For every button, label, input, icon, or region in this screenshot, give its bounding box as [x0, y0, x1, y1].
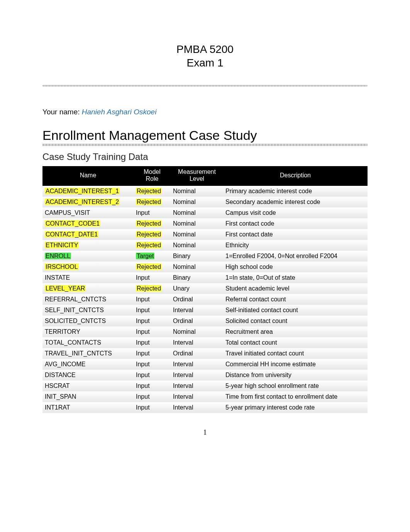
cell-level: Ordinal [171, 348, 223, 359]
table-row: CONTACT_CODE1RejectedNominalFirst contac… [42, 218, 368, 229]
cell-description: 1=In state, 0=Out of state [223, 272, 368, 283]
cell-level: Nominal [171, 262, 223, 272]
cell-level: Unary [171, 283, 223, 294]
cell-role: Rejected [134, 197, 171, 207]
cell-level: Nominal [171, 207, 223, 218]
title-line-2: Exam 1 [42, 56, 368, 70]
cell-level: Nominal [171, 186, 223, 197]
table-row: REFERRAL_CNTCTSInputOrdinalReferral cont… [42, 294, 368, 305]
cell-name-text: ENROLL [45, 253, 71, 259]
col-header-role-l1: Model [144, 168, 161, 175]
cell-level: Interval [171, 305, 223, 316]
cell-level: Nominal [171, 197, 223, 207]
cell-name: CONTACT_CODE1 [42, 218, 134, 229]
cell-role-text: Rejected [136, 199, 162, 205]
cell-role: Input [134, 316, 171, 326]
col-header-level: Measurement Level [171, 166, 223, 186]
cell-role: Input [134, 391, 171, 402]
table-row: CONTACT_DATE1RejectedNominalFirst contac… [42, 229, 368, 240]
cell-level: Ordinal [171, 294, 223, 305]
cell-role: Target [134, 251, 171, 262]
col-header-name: Name [42, 166, 134, 186]
cell-role-text: Rejected [136, 220, 162, 227]
cell-description: Self-initiated contact count [223, 305, 368, 316]
cell-role-text: Input [136, 296, 150, 303]
cell-name: TERRITORY [42, 326, 134, 337]
section-heading-h1: Enrollment Management Case Study [42, 128, 368, 143]
cell-role: Rejected [134, 283, 171, 294]
cell-name-text: CONTACT_DATE1 [45, 231, 98, 238]
cell-name: IRSCHOOL [42, 262, 134, 272]
cell-name-text: CONTACT_CODE1 [45, 220, 100, 227]
cell-role-text: Input [136, 318, 150, 324]
col-header-role: Model Role [134, 166, 171, 186]
cell-description: 5-year primary interest code rate [223, 402, 368, 413]
cell-description: Campus visit code [223, 207, 368, 218]
cell-name-text: TRAVEL_INIT_CNTCTS [45, 350, 112, 357]
cell-description: Travel initiated contact count [223, 348, 368, 359]
cell-name: REFERRAL_CNTCTS [42, 294, 134, 305]
cell-role-text: Input [136, 209, 150, 216]
table-row: TERRITORYInputNominalRecruitment area [42, 326, 368, 337]
cell-description: Distance from university [223, 370, 368, 381]
cell-role: Rejected [134, 218, 171, 229]
cell-role-text: Input [136, 350, 150, 357]
cell-description: Total contact count [223, 337, 368, 348]
cell-role-text: Rejected [136, 188, 162, 194]
cell-name-text: AVG_INCOME [45, 361, 86, 367]
cell-role: Input [134, 337, 171, 348]
cell-role-text: Input [136, 361, 150, 367]
cell-role-text: Input [136, 307, 150, 313]
cell-level: Ordinal [171, 316, 223, 326]
table-row: INSTATEInputBinary1=In state, 0=Out of s… [42, 272, 368, 283]
table-row: INT1RATInputInterval5-year primary inter… [42, 402, 368, 413]
cell-role: Input [134, 359, 171, 370]
cell-description: Ethnicity [223, 240, 368, 251]
col-header-level-l1: Measurement [178, 168, 216, 175]
table-row: ETHNICITYRejectedNominalEthnicity [42, 240, 368, 251]
cell-name-text: ETHNICITY [45, 242, 79, 248]
cell-level: Binary [171, 251, 223, 262]
cell-role: Input [134, 381, 171, 391]
table-body: ACADEMIC_INTEREST_1RejectedNominalPrimar… [42, 186, 368, 413]
cell-name: ENROLL [42, 251, 134, 262]
table-row: ACADEMIC_INTEREST_1RejectedNominalPrimar… [42, 186, 368, 197]
page: PMBA 5200 Exam 1 Your name: Hanieh Asgha… [0, 0, 410, 452]
section-heading-h2: Case Study Training Data [42, 151, 368, 162]
title-line-1: PMBA 5200 [42, 42, 368, 56]
cell-name: SOLICITED_CNTCTS [42, 316, 134, 326]
cell-description: First contact date [223, 229, 368, 240]
cell-role-text: Input [136, 404, 150, 411]
cell-description: Secondary academic interest code [223, 197, 368, 207]
cell-name: INT1RAT [42, 402, 134, 413]
cell-role-text: Input [136, 393, 150, 400]
cell-role-text: Input [136, 328, 150, 335]
table-row: ACADEMIC_INTEREST_2RejectedNominalSecond… [42, 197, 368, 207]
table-row: CAMPUS_VISITInputNominalCampus visit cod… [42, 207, 368, 218]
cell-name-text: SOLICITED_CNTCTS [45, 318, 106, 324]
cell-name: AVG_INCOME [42, 359, 134, 370]
cell-role: Input [134, 326, 171, 337]
cell-name-text: ACADEMIC_INTEREST_2 [45, 199, 120, 205]
table-row: HSCRATInputInterval5-year high school en… [42, 381, 368, 391]
col-header-level-l2: Level [190, 175, 204, 182]
col-header-description: Description [223, 166, 368, 186]
table-row: TRAVEL_INIT_CNTCTSInputOrdinalTravel ini… [42, 348, 368, 359]
table-row: ENROLLTargetBinary1=Enrolled F2004, 0=No… [42, 251, 368, 262]
your-name-label: Your name: [42, 108, 82, 116]
table-row: TOTAL_CONTACTSInputIntervalTotal contact… [42, 337, 368, 348]
table-row: SOLICITED_CNTCTSInputOrdinalSolicited co… [42, 316, 368, 326]
your-name-value: Hanieh Asghari Oskoei [82, 108, 157, 116]
cell-description: Solicited contact count [223, 316, 368, 326]
table-row: SELF_INIT_CNTCTSInputIntervalSelf-initia… [42, 305, 368, 316]
document-title: PMBA 5200 Exam 1 [42, 42, 368, 70]
col-header-role-l2: Role [146, 175, 159, 182]
cell-name: DISTANCE [42, 370, 134, 381]
cell-description: Commercial HH income estimate [223, 359, 368, 370]
cell-name-text: DISTANCE [45, 372, 76, 378]
table-row: IRSCHOOLRejectedNominalHigh school code [42, 262, 368, 272]
cell-name: INSTATE [42, 272, 134, 283]
cell-description: Primary academic interest code [223, 186, 368, 197]
cell-name-text: CAMPUS_VISIT [45, 209, 90, 216]
cell-role: Input [134, 402, 171, 413]
